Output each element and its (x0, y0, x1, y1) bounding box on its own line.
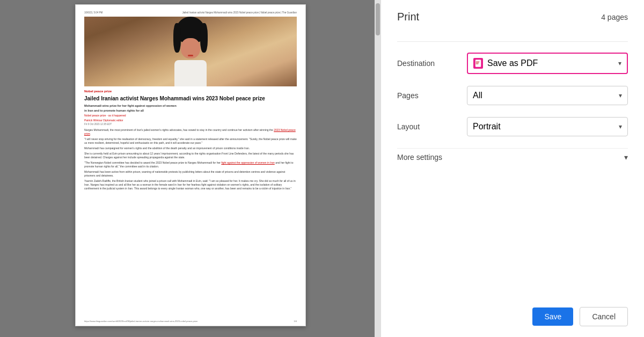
layout-label: Layout (397, 122, 467, 131)
more-settings-row[interactable]: More settings ▾ (397, 148, 628, 162)
article-author: Patrick Wintour Diplomatic editor (84, 119, 297, 122)
article-subtitle-2: in Iran and to promote human rights for … (84, 109, 297, 113)
preview-inner: 10/6/23, 5:04 PM Jailed Iranian activist… (0, 0, 381, 337)
settings-panel: Print 4 pages Destination Save as PDF ▾ (381, 0, 644, 337)
article-para-4: She is currently held at Evin prison amo… (84, 152, 297, 159)
footer-page: 1/4 (294, 320, 297, 323)
article-para-2: "I will never stop striving for the real… (84, 137, 297, 145)
article-para-6: Mohammadi has been active from within pr… (84, 170, 297, 178)
pages-count: 4 pages (601, 13, 628, 21)
page-topbar: 10/6/23, 5:04 PM Jailed Iranian activist… (84, 11, 297, 14)
layout-row: Layout Portrait ▾ (397, 117, 628, 136)
article-image (84, 17, 297, 86)
scrollbar[interactable] (375, 0, 381, 337)
destination-row: Destination Save as PDF ▾ (397, 53, 628, 74)
print-header: Print 4 pages (397, 11, 628, 23)
pages-label: Pages (397, 91, 467, 100)
pdf-icon (473, 58, 483, 69)
live-label: Nobel peace prize - as it happened (84, 114, 297, 118)
more-settings-chevron-icon: ▾ (624, 153, 628, 162)
page-footer: https://www.theguardian.com/world/2023/o… (84, 320, 297, 323)
print-title: Print (397, 11, 419, 23)
svg-rect-0 (475, 60, 481, 67)
layout-value: Portrait (473, 122, 501, 131)
destination-dropdown[interactable]: Save as PDF ▾ (467, 53, 628, 74)
divider-top (397, 41, 628, 42)
footer-url: https://www.theguardian.com/world/2023/o… (84, 320, 197, 323)
more-settings-label: More settings (397, 153, 442, 162)
pages-dropdown[interactable]: All ▾ (467, 86, 628, 105)
article-para-5: "The Norwegian Nobel committee has decid… (84, 161, 297, 169)
print-date: 10/6/23, 5:04 PM (84, 11, 103, 14)
pages-control: All ▾ (467, 86, 628, 105)
article-body: Narges Mohammadi, the most prominent of … (84, 128, 297, 191)
article-subtitle-1: Mohammadi wins prize for her fight again… (84, 104, 297, 108)
article-date: Fri 6 Oct 2023 12.35 EDT (84, 123, 297, 126)
cancel-button[interactable]: Cancel (580, 307, 628, 326)
layout-dropdown-arrow: ▾ (619, 123, 622, 130)
preview-panel: 10/6/23, 5:04 PM Jailed Iranian activist… (0, 0, 381, 337)
article-para-7: Yasmin Zadeh-Ratliffe, the British-Irani… (84, 179, 297, 191)
pages-dropdown-arrow: ▾ (619, 92, 622, 99)
article-title: Jailed Iranian activist Narges Mohammadi… (84, 95, 297, 102)
destination-dropdown-inner: Save as PDF (473, 58, 538, 69)
article-para-3: Mohammadi has campaigned for women's rig… (84, 146, 297, 150)
page-preview: 10/6/23, 5:04 PM Jailed Iranian activist… (75, 4, 306, 326)
pages-value: All (473, 91, 482, 100)
pages-row: Pages All ▾ (397, 86, 628, 105)
print-url-title: Jailed Iranian activist Narges Mohammadi… (182, 11, 297, 14)
article-para-1: Narges Mohammadi, the most prominent of … (84, 128, 297, 136)
destination-label: Destination (397, 59, 467, 68)
destination-dropdown-arrow: ▾ (618, 60, 621, 67)
destination-control: Save as PDF ▾ (467, 53, 628, 74)
article-category: Nobel peace prize (84, 90, 297, 94)
save-button[interactable]: Save (532, 307, 573, 326)
layout-dropdown[interactable]: Portrait ▾ (467, 117, 628, 136)
scroll-thumb[interactable] (376, 3, 380, 35)
action-buttons: Save Cancel (397, 298, 628, 326)
layout-control: Portrait ▾ (467, 117, 628, 136)
destination-value: Save as PDF (487, 58, 538, 68)
